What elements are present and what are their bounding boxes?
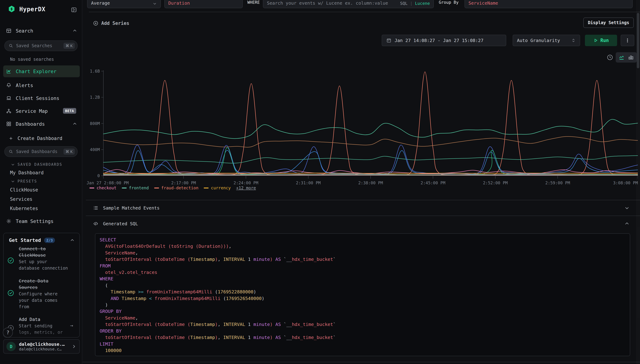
legend-item[interactable]: frontend [122, 186, 149, 190]
sql-line: WHERE [100, 276, 625, 282]
chevron-up-icon[interactable] [624, 221, 630, 226]
check-circle-icon [7, 290, 14, 296]
bottom-divider [83, 362, 640, 362]
generated-sql-code[interactable]: SELECT AVG(toFloat64OrDefault (toString … [95, 233, 630, 356]
svg-text:2:52:00 PM: 2:52:00 PM [483, 180, 508, 185]
sidebar-collapse-icon[interactable] [71, 7, 77, 13]
display-settings-button[interactable]: Display Settings [583, 18, 634, 28]
hyperdx-logo-icon [8, 5, 16, 13]
create-dashboard-label: Create Dashboard [18, 136, 62, 141]
language-toggle[interactable]: SQL | Lucene [400, 1, 430, 6]
sidebar-item-alerts[interactable]: Alerts [6, 81, 33, 89]
sidebar-item-team-settings[interactable]: Team Settings [6, 217, 54, 225]
chart-tools [607, 52, 637, 62]
sidebar-item-dashboards[interactable]: Dashboards [6, 120, 45, 128]
timeseries-chart[interactable]: 0400M800M1.2B1.6BJan 27 2:08:00 PM2:17:0… [86, 69, 638, 187]
sidebar-item-kubernetes-preset[interactable]: Kubernetes [10, 205, 38, 212]
get-started-title: Get Started [9, 238, 41, 243]
create-dashboard-button[interactable]: Create Dashboard [9, 134, 62, 142]
run-button[interactable]: Run [585, 35, 617, 46]
svg-text:Jan 27 2:08:00 PM: Jan 27 2:08:00 PM [87, 180, 129, 185]
dashboards-collapse-chevron-icon[interactable] [72, 122, 77, 126]
sidebar-item-my-dashboard[interactable]: My Dashboard [10, 169, 44, 176]
search-collapse-chevron-icon[interactable] [72, 28, 77, 33]
svg-text:2:59:00 PM: 2:59:00 PM [545, 180, 570, 185]
section-divider [86, 200, 640, 200]
get-started-step-3[interactable]: Add Data Start sending logs, metrics, or… [19, 316, 76, 338]
svg-text:2:31:00 PM: 2:31:00 PM [296, 180, 321, 185]
section-divider [86, 216, 640, 216]
sidebar-item-clickhouse-preset[interactable]: ClickHouse [10, 186, 38, 194]
sidebar-item-client-sessions[interactable]: Client Sessions [6, 94, 59, 102]
line-chart-toggle-icon[interactable] [618, 54, 624, 60]
sidebar-item-label: Dashboards [16, 121, 45, 127]
granularity-select[interactable]: Auto Granularity [513, 35, 580, 46]
search-icon [9, 149, 13, 154]
chevron-up-icon[interactable] [70, 238, 75, 243]
add-series-button[interactable]: Add Series [93, 19, 129, 28]
code-icon [93, 221, 98, 226]
svg-text:2:24:00 PM: 2:24:00 PM [234, 180, 258, 185]
generated-sql-section[interactable]: Generated SQL [93, 218, 630, 229]
sql-line: ) [100, 302, 625, 308]
presets-group[interactable]: PRESETS [11, 179, 37, 184]
scrollbar[interactable] [636, 0, 640, 364]
legend-label: currency [211, 186, 231, 190]
get-started-header[interactable]: Get Started 2/3 [4, 233, 80, 243]
svg-text:1.6B: 1.6B [90, 69, 100, 74]
saved-dashboards-placeholder: Saved Dashboards [16, 149, 61, 154]
saved-dashboards-input[interactable]: Saved Dashboards ⌘ K [4, 146, 78, 157]
legend-swatch [154, 188, 159, 188]
aggregation-select[interactable]: Average [87, 0, 161, 8]
legend-swatch [90, 188, 94, 188]
search-placeholder: Search your events w/ Lucene ex. column:… [267, 0, 397, 6]
shortcut-badge: ⌘ K [64, 148, 75, 155]
sidebar-item-label: Alerts [16, 82, 33, 88]
beta-badge: BETA [63, 108, 76, 114]
sidebar-item-search[interactable]: Search [6, 27, 33, 35]
sql-line: ( [100, 282, 625, 288]
sidebar-item-service-map[interactable]: Service Map [6, 107, 48, 115]
events-search-input[interactable]: Search your events w/ Lucene ex. column:… [263, 0, 434, 8]
sample-matched-events-section[interactable]: Sample Matched Events [93, 203, 630, 213]
get-started-card: Get Started 2/3 Connect to ClickHouse Se… [3, 233, 80, 338]
legend-more-link[interactable]: +12 more [236, 186, 256, 190]
more-options-button[interactable] [621, 35, 634, 46]
calendar-icon [386, 38, 391, 43]
sql-line: FROM [100, 263, 625, 269]
svg-text:3:08:00 PM: 3:08:00 PM [613, 180, 638, 185]
get-started-step-2[interactable]: Create Data Sources Configure where your… [19, 278, 76, 310]
bar-chart-toggle-icon[interactable] [628, 54, 634, 60]
svg-text:1.2B: 1.2B [90, 95, 100, 100]
no-saved-searches-text: No saved searches [10, 57, 54, 62]
sidebar-item-label: Client Sessions [16, 96, 59, 101]
get-started-step-1[interactable]: Connect to ClickHouse Set up your databa… [19, 246, 76, 272]
account-menu[interactable]: D dale@clickhouse.… dale@clickhouse.c… [3, 339, 80, 354]
chevron-down-icon [11, 162, 15, 166]
get-started-progress-badge: 2/3 [44, 238, 55, 243]
date-range-picker[interactable]: Jan 27 14:08:27 - Jan 27 15:08:27 [382, 35, 506, 46]
field-input[interactable]: Duration [164, 0, 243, 8]
saved-searches-input[interactable]: Saved Searches ⌘ K [4, 40, 78, 51]
where-label: WHERE [247, 0, 260, 5]
sidebar-item-chart-explorer[interactable]: Chart Explorer [3, 66, 80, 77]
arrow-right-icon: → [70, 322, 73, 328]
saved-dashboards-group[interactable]: SAVED DASHBOARDS [11, 162, 62, 166]
saved-searches-placeholder: Saved Searches [16, 43, 61, 48]
chevron-down-icon[interactable] [624, 205, 630, 210]
svg-text:800M: 800M [90, 121, 100, 126]
help-button[interactable]: ? [3, 328, 13, 338]
brand-row: HyperDX [8, 5, 46, 13]
sql-line: toStartOfInterval (toDateTime (Timestamp… [100, 256, 625, 262]
time-format-icon[interactable] [607, 54, 613, 60]
sidebar-item-services-preset[interactable]: Services [10, 196, 32, 203]
legend-item[interactable]: currency [204, 186, 231, 190]
sidebar-item-label: Service Map [16, 108, 48, 114]
legend-item[interactable]: fraud-detection [154, 186, 199, 190]
scrollbar-thumb[interactable] [637, 13, 639, 68]
group-by-input[interactable]: ServiceName [464, 0, 633, 8]
legend-item[interactable]: checkout [90, 186, 117, 190]
hyperdx-app: HyperDX Search Saved Searches ⌘ K No sav… [0, 0, 640, 364]
toolbar-divider [89, 12, 640, 12]
sql-line: ServiceName, [100, 250, 625, 256]
